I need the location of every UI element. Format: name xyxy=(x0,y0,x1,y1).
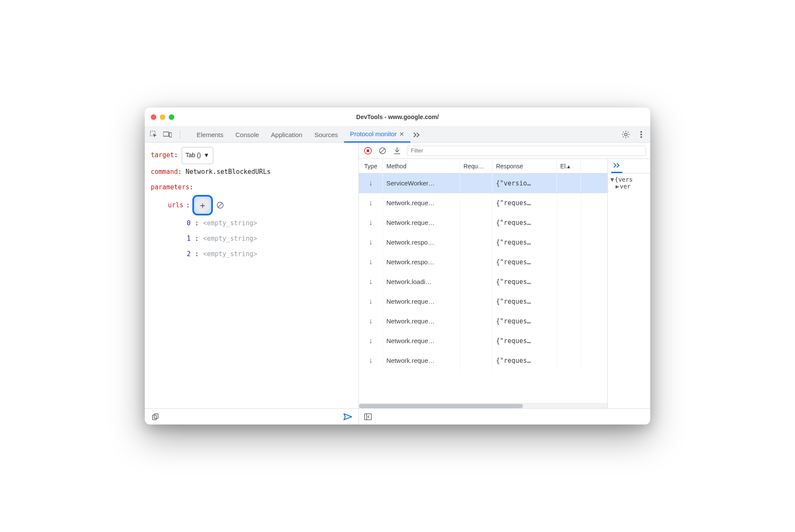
add-item-highlight: ＋ xyxy=(192,195,213,215)
svg-point-3 xyxy=(625,133,627,136)
col-method[interactable]: Method xyxy=(383,159,460,173)
method-cell: Network.loadi… xyxy=(383,272,460,291)
elapsed-cell xyxy=(557,272,581,291)
titlebar: DevTools - www.google.com/ xyxy=(145,108,650,126)
table-body[interactable]: ↓ServiceWorker…{"versio…↓Network.reque…{… xyxy=(359,173,607,403)
svg-line-8 xyxy=(218,203,222,207)
close-tab-icon[interactable]: ✕ xyxy=(399,131,404,137)
tab-application[interactable]: Application xyxy=(265,126,308,143)
copy-icon[interactable] xyxy=(151,412,160,421)
send-command-button[interactable] xyxy=(343,412,353,421)
log-body: Type Method Requ… Response El.▴ ↓Service… xyxy=(359,159,650,408)
request-cell xyxy=(460,311,493,331)
type-cell: ↓ xyxy=(359,272,383,291)
add-url-button[interactable]: ＋ xyxy=(195,198,210,212)
response-cell: {"reques… xyxy=(493,311,557,331)
url-item-0[interactable]: 0 : <empty_string> xyxy=(151,215,353,231)
filter-input[interactable] xyxy=(407,146,646,156)
response-cell: {"reques… xyxy=(493,193,557,212)
request-cell xyxy=(460,252,493,272)
response-cell: {"reques… xyxy=(493,213,557,232)
method-cell: Network.respo… xyxy=(383,252,460,272)
log-table: Type Method Requ… Response El.▴ ↓Service… xyxy=(359,159,607,408)
table-row[interactable]: ↓ServiceWorker…{"versio… xyxy=(359,173,607,193)
arrow-down-icon: ↓ xyxy=(369,198,373,207)
table-row[interactable]: ↓Network.reque…{"reques… xyxy=(359,213,607,233)
method-cell: ServiceWorker… xyxy=(383,173,460,193)
request-cell xyxy=(460,173,493,193)
request-cell xyxy=(460,292,493,311)
type-cell: ↓ xyxy=(359,331,383,350)
table-row[interactable]: ↓Network.reque…{"reques… xyxy=(359,351,607,371)
table-row[interactable]: ↓Network.reque…{"reques… xyxy=(359,331,607,351)
main-toolbar: Elements Console Application Sources Pro… xyxy=(145,126,650,143)
arrow-down-icon: ↓ xyxy=(369,238,373,247)
toolbar-divider xyxy=(180,130,180,139)
svg-point-6 xyxy=(640,136,642,138)
type-cell: ↓ xyxy=(359,292,383,311)
method-cell: Network.reque… xyxy=(383,311,460,331)
urls-label: urls xyxy=(168,197,183,213)
parameters-label: parameters xyxy=(151,183,189,191)
settings-icon[interactable] xyxy=(621,130,631,139)
table-row[interactable]: ↓Network.reque…{"reques… xyxy=(359,292,607,311)
table-header: Type Method Requ… Response El.▴ xyxy=(359,159,607,173)
tab-sources[interactable]: Sources xyxy=(308,126,344,143)
url-item-1[interactable]: 1 : <empty_string> xyxy=(151,231,353,246)
request-cell xyxy=(460,233,493,252)
table-row[interactable]: ↓Network.reque…{"reques… xyxy=(359,193,607,213)
table-row[interactable]: ↓Network.respo…{"reques… xyxy=(359,252,607,272)
more-tabs-icon[interactable] xyxy=(412,130,421,139)
clear-log-button[interactable] xyxy=(378,146,387,155)
arrow-down-icon: ↓ xyxy=(369,356,373,365)
table-row[interactable]: ↓Network.loadi…{"reques… xyxy=(359,272,607,292)
inspect-icon[interactable] xyxy=(149,130,158,139)
response-cell: {"reques… xyxy=(493,272,557,291)
url-item-2[interactable]: 2 : <empty_string> xyxy=(151,246,353,262)
detail-more-icon[interactable] xyxy=(611,159,622,173)
minimize-window-button[interactable] xyxy=(160,114,165,120)
arrow-down-icon: ↓ xyxy=(369,179,373,188)
svg-line-14 xyxy=(380,149,385,153)
col-response[interactable]: Response xyxy=(493,159,557,173)
svg-rect-12 xyxy=(367,149,369,152)
download-icon[interactable] xyxy=(392,146,402,155)
caret-down-icon: ▼ xyxy=(203,148,209,163)
device-toggle-icon[interactable] xyxy=(163,130,172,139)
tab-protocol-monitor[interactable]: Protocol monitor ✕ xyxy=(344,126,410,143)
detail-body[interactable]: ▼{vers ▶ver xyxy=(608,173,650,192)
table-row[interactable]: ↓Network.respo…{"reques… xyxy=(359,233,607,252)
arrow-down-icon: ↓ xyxy=(369,257,373,266)
tab-console[interactable]: Console xyxy=(230,126,265,143)
clear-urls-button[interactable] xyxy=(215,200,225,210)
target-select[interactable]: Tab () ▼ xyxy=(182,147,213,164)
request-cell xyxy=(460,351,493,370)
elapsed-cell xyxy=(557,213,581,232)
toggle-sidebar-icon[interactable] xyxy=(363,412,373,421)
arrow-down-icon: ↓ xyxy=(369,317,373,326)
table-row[interactable]: ↓Network.reque…{"reques… xyxy=(359,311,607,331)
svg-point-4 xyxy=(640,131,642,133)
elapsed-cell xyxy=(557,233,581,252)
type-cell: ↓ xyxy=(359,213,383,232)
command-value[interactable]: Network.setBlockedURLs xyxy=(185,168,271,176)
col-request[interactable]: Requ… xyxy=(460,159,493,173)
type-cell: ↓ xyxy=(359,233,383,252)
type-cell: ↓ xyxy=(359,173,383,193)
arrow-down-icon: ↓ xyxy=(369,297,373,306)
request-cell xyxy=(460,213,493,232)
response-cell: {"reques… xyxy=(493,331,557,350)
response-detail-panel: ▼{vers ▶ver xyxy=(607,159,650,408)
record-button[interactable] xyxy=(363,146,373,155)
svg-rect-2 xyxy=(169,133,172,137)
horizontal-scrollbar[interactable] xyxy=(359,403,607,408)
tab-elements[interactable]: Elements xyxy=(191,126,230,143)
kebab-menu-icon[interactable] xyxy=(637,130,646,139)
svg-point-5 xyxy=(640,134,642,135)
scrollbar-thumb[interactable] xyxy=(359,404,523,408)
col-type[interactable]: Type xyxy=(359,159,383,173)
elapsed-cell xyxy=(557,292,581,311)
close-window-button[interactable] xyxy=(151,114,156,120)
maximize-window-button[interactable] xyxy=(169,114,174,120)
col-elapsed[interactable]: El.▴ xyxy=(557,159,581,173)
